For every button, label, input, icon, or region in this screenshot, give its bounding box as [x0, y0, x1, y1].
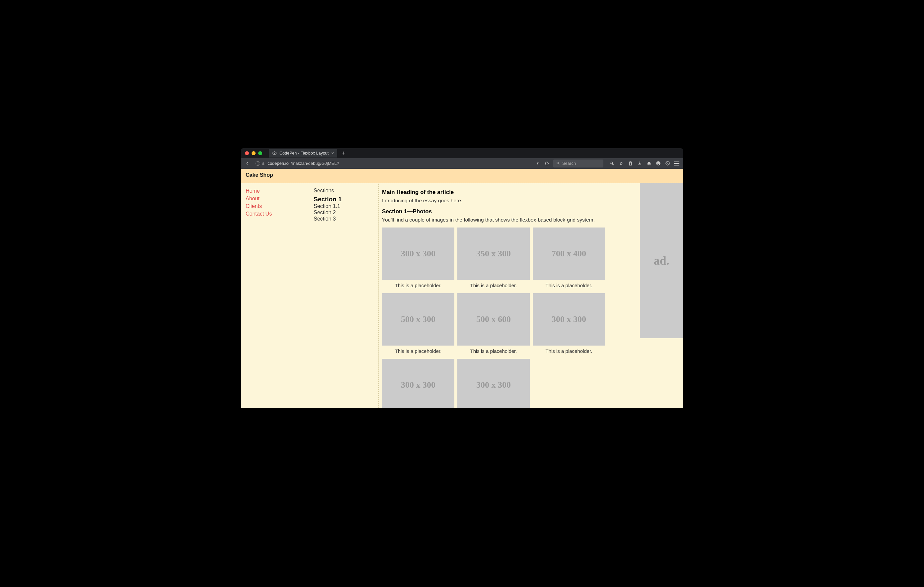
- photo-card: 300 x 300: [382, 359, 454, 408]
- photo-card: 500 x 300This is a placeholder.: [382, 293, 454, 356]
- section-desc: You'll find a couple of images in the fo…: [382, 217, 637, 223]
- article-heading: Main Heading of the article: [382, 189, 637, 196]
- toolbar: s.codepen.io/makzan/debug/GJjMEL? ▼ Sear…: [241, 158, 683, 169]
- minimize-window-button[interactable]: [252, 151, 256, 155]
- site-title: Cake Shop: [241, 169, 683, 183]
- menu-button[interactable]: [672, 159, 681, 168]
- placeholder-image: 300 x 300: [533, 293, 605, 345]
- new-tab-button[interactable]: +: [340, 150, 348, 156]
- tab-strip: CodePen - Flexbox Layout × +: [241, 148, 683, 158]
- photo-caption: This is a placeholder.: [470, 348, 517, 354]
- url-dropdown-icon[interactable]: ▼: [535, 161, 541, 165]
- photo-caption: This is a placeholder.: [395, 283, 442, 288]
- article-main: Main Heading of the article Introducing …: [379, 183, 640, 408]
- reload-button[interactable]: [543, 159, 551, 168]
- globe-icon: [256, 161, 260, 166]
- search-placeholder: Search: [562, 161, 576, 166]
- toolbar-right-icons: [606, 159, 681, 168]
- nav-link-home[interactable]: Home: [246, 188, 304, 194]
- nav-link-clients[interactable]: Clients: [246, 203, 304, 209]
- placeholder-image: 350 x 300: [457, 227, 530, 280]
- photo-card: 700 x 400This is a placeholder.: [533, 227, 605, 290]
- placeholder-image: 700 x 400: [533, 227, 605, 280]
- ad-placeholder: ad.: [640, 183, 683, 338]
- photo-card: 300 x 300This is a placeholder.: [382, 227, 454, 290]
- photo-caption: This is a placeholder.: [395, 348, 442, 354]
- devtools-icon[interactable]: [607, 159, 616, 168]
- placeholder-image: 300 x 300: [382, 359, 454, 408]
- article-intro: Introducing of the essay goes here.: [382, 198, 637, 204]
- toc-item-section-3[interactable]: Section 3: [314, 216, 374, 222]
- photo-card: 500 x 600This is a placeholder.: [457, 293, 530, 356]
- no-ads-icon[interactable]: [663, 159, 672, 168]
- browser-window: CodePen - Flexbox Layout × + s.codepen.i…: [241, 148, 683, 408]
- toc-item-section-1-1[interactable]: Section 1.1: [314, 203, 374, 209]
- clipboard-icon[interactable]: [626, 159, 635, 168]
- photo-card: 350 x 300This is a placeholder.: [457, 227, 530, 290]
- nav-link-contact[interactable]: Contact Us: [246, 211, 304, 217]
- home-icon[interactable]: [645, 159, 653, 168]
- primary-nav: Home About Clients Contact Us: [241, 183, 309, 408]
- photo-card: 300 x 300: [457, 359, 530, 408]
- toc-item-section-2[interactable]: Section 2: [314, 210, 374, 215]
- search-icon: [556, 161, 560, 166]
- photo-caption: This is a placeholder.: [470, 283, 517, 288]
- zoom-window-button[interactable]: [258, 151, 262, 155]
- back-button[interactable]: [243, 159, 252, 168]
- photo-card: 300 x 300This is a placeholder.: [533, 293, 605, 356]
- bookmark-star-icon[interactable]: [617, 159, 625, 168]
- downloads-icon[interactable]: [635, 159, 644, 168]
- content-columns: Home About Clients Contact Us Sections S…: [241, 183, 683, 408]
- url-path: /makzan/debug/GJjMEL?: [291, 161, 339, 166]
- section-heading: Section 1—Photos: [382, 208, 637, 215]
- tab-active[interactable]: CodePen - Flexbox Layout ×: [269, 149, 337, 158]
- address-bar[interactable]: s.codepen.io/makzan/debug/GJjMEL?: [254, 159, 486, 168]
- tab-title: CodePen - Flexbox Layout: [279, 151, 328, 156]
- sections-toc: Sections Section 1 Section 1.1 Section 2…: [309, 183, 379, 408]
- placeholder-image: 300 x 300: [382, 227, 454, 280]
- toc-item-section-1[interactable]: Section 1: [314, 196, 374, 203]
- photo-grid: 300 x 300This is a placeholder. 350 x 30…: [382, 227, 637, 408]
- url-host: codepen.io: [267, 161, 289, 166]
- codepen-icon: [272, 151, 277, 156]
- toc-heading: Sections: [314, 188, 374, 194]
- page: Cake Shop Home About Clients Contact Us …: [241, 169, 683, 408]
- search-box[interactable]: Search: [553, 159, 603, 168]
- nav-link-about[interactable]: About: [246, 196, 304, 202]
- smiley-icon[interactable]: [654, 159, 662, 168]
- photo-caption: This is a placeholder.: [546, 283, 592, 288]
- placeholder-image: 300 x 300: [457, 359, 530, 408]
- photo-caption: This is a placeholder.: [546, 348, 592, 354]
- placeholder-image: 500 x 600: [457, 293, 530, 345]
- ad-column: ad.: [640, 183, 683, 408]
- placeholder-image: 500 x 300: [382, 293, 454, 345]
- close-tab-icon[interactable]: ×: [331, 151, 334, 156]
- window-controls: [245, 151, 262, 155]
- close-window-button[interactable]: [245, 151, 249, 155]
- viewport: Cake Shop Home About Clients Contact Us …: [241, 169, 683, 408]
- url-pre: s.: [262, 161, 266, 166]
